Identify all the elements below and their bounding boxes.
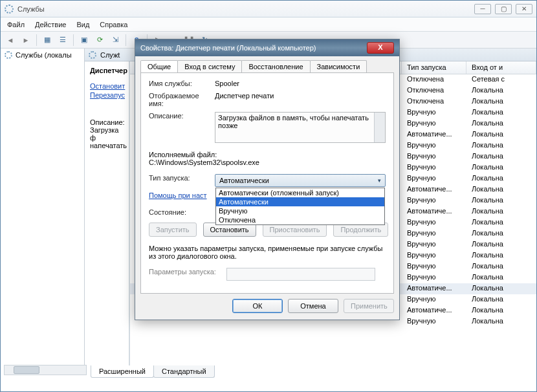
forward-button[interactable]: ► [19,34,33,47]
col-logon[interactable]: Вход от и [466,61,536,74]
startup-type-dropdown: Автоматически (отложенный запуск) Автома… [215,188,385,225]
tab-logon[interactable]: Вход в систему [177,60,242,72]
cell-logon: Локальна [466,284,536,294]
tab-extended[interactable]: Расширенный [91,365,154,378]
option-delayed[interactable]: Автоматически (отложенный запуск) [216,188,384,197]
dialog-close-button[interactable]: X [367,42,394,54]
label-state: Состояние: [149,208,215,216]
start-service-button: Запустить [149,223,197,237]
tab-dependencies[interactable]: Зависимости [310,60,367,72]
back-button[interactable]: ◄ [3,34,17,47]
cell-logon: Локальна [466,240,536,250]
tab-general[interactable]: Общие [140,60,178,72]
export-button[interactable]: ⇲ [108,34,122,47]
cell-logon: Локальна [466,174,536,184]
cell-logon: Локальна [466,141,536,151]
cell-startup: Автоматиче... [402,130,466,140]
menu-help[interactable]: Справка [100,21,127,28]
cell-startup: Вручную [402,251,466,261]
cell-logon: Локальна [466,163,536,173]
cell-logon: Локальна [466,262,536,272]
label-startup-type: Тип запуска: [149,174,215,187]
maximize-button[interactable]: ▢ [495,4,512,14]
cell-logon: Локальна [466,119,536,129]
cell-startup: Вручную [402,295,466,305]
cell-logon: Локальна [466,130,536,140]
apply-button: Применить [344,299,394,313]
description-textbox[interactable]: Загрузка файлов в память, чтобы напечата… [215,112,386,143]
cancel-button[interactable]: Отмена [288,299,338,313]
label-exe-path: Исполняемый файл: [149,151,386,158]
startup-params-input [226,268,375,281]
label-service-name: Имя службы: [149,80,215,87]
refresh-button[interactable]: ⟳ [93,34,107,47]
cell-logon: Локальна [466,317,536,327]
label-display-name: Отображаемое имя: [149,92,215,107]
label-params: Параметры запуска: [149,268,226,281]
menu-view[interactable]: Вид [76,21,89,28]
restart-link[interactable]: Перезапус [90,91,124,99]
desc-text2: напечатать [90,142,124,149]
cell-logon: Локальна [466,251,536,261]
cell-logon: Локальна [466,273,536,283]
cell-startup: Отключена [402,86,466,96]
titlebar: Службы ─ ▢ ✕ [1,1,536,17]
cell-startup: Вручную [402,152,466,162]
menu-file[interactable]: Файл [7,21,25,28]
tree-panel: Службы (локалы [1,49,85,375]
value-exe-path: C:\Windows\System32\spoolsv.exe [149,158,386,166]
selected-service-name: Диспетчер [90,67,124,74]
minimize-button[interactable]: ─ [474,4,491,14]
col-startup[interactable]: Тип запуска [402,61,466,74]
option-disabled[interactable]: Отключена [216,215,384,224]
cell-logon: Локальна [466,306,536,316]
tree-root[interactable]: Службы (локалы [1,50,84,60]
menubar: Файл Действие Вид Справка [1,17,536,32]
detail-description-pane: Диспетчер Остановит Перезапус Описание: … [85,61,130,375]
help-link[interactable]: Помощь при наст [149,191,207,199]
cell-startup: Вручную [402,196,466,206]
horizontal-scrollbar[interactable] [4,365,87,375]
combo-selected-value: Автоматически [219,177,269,184]
services-icon [5,51,12,59]
cell-startup: Вручную [402,262,466,272]
stop-link[interactable]: Остановит [90,82,124,90]
ok-button[interactable]: ОК [232,299,283,313]
cell-logon: Локальна [466,185,536,195]
cell-startup: Вручную [402,174,466,184]
cell-startup: Вручную [402,108,466,118]
cell-logon: Локальна [466,218,536,228]
cell-startup: Автоматиче... [402,284,466,294]
properties-dialog: Свойства: Диспетчер печати (Локальный ко… [135,39,400,320]
value-service-name: Spooler [215,80,386,87]
startup-params-info: Можно указать параметры запуска, применя… [149,245,386,260]
cell-logon: Локальна [466,295,536,305]
cell-startup: Вручную [402,163,466,173]
cell-startup: Вручную [402,317,466,327]
services-icon [5,5,14,14]
option-manual[interactable]: Вручную [216,206,384,215]
list-view-button[interactable]: ☰ [56,34,70,47]
tab-standard[interactable]: Стандартный [153,365,215,378]
option-automatic[interactable]: Автоматически [216,197,384,206]
cell-logon: Локальна [466,196,536,206]
desc-text: Загрузка ф [90,126,124,142]
startup-type-combobox[interactable]: Автоматически Автоматически (отложенный … [215,174,386,187]
cell-logon: Сетевая с [466,75,536,85]
properties-button[interactable]: ▣ [77,34,91,47]
window-title: Службы [17,5,474,13]
cell-startup: Вручную [402,240,466,250]
detail-header-label: Служt [100,51,120,59]
menu-action[interactable]: Действие [35,21,66,28]
tab-recovery[interactable]: Восстановление [241,60,310,72]
cell-logon: Локальна [466,97,536,107]
cell-startup: Автоматиче... [402,306,466,316]
cell-startup: Автоматиче... [402,185,466,195]
services-icon [89,51,96,59]
cell-startup: Отключена [402,75,466,85]
cell-startup: Автоматиче... [402,207,466,217]
dialog-title: Свойства: Диспетчер печати (Локальный ко… [140,44,367,52]
details-view-button[interactable]: ▦ [40,34,54,47]
close-button[interactable]: ✕ [516,4,532,14]
cell-logon: Локальна [466,108,536,118]
